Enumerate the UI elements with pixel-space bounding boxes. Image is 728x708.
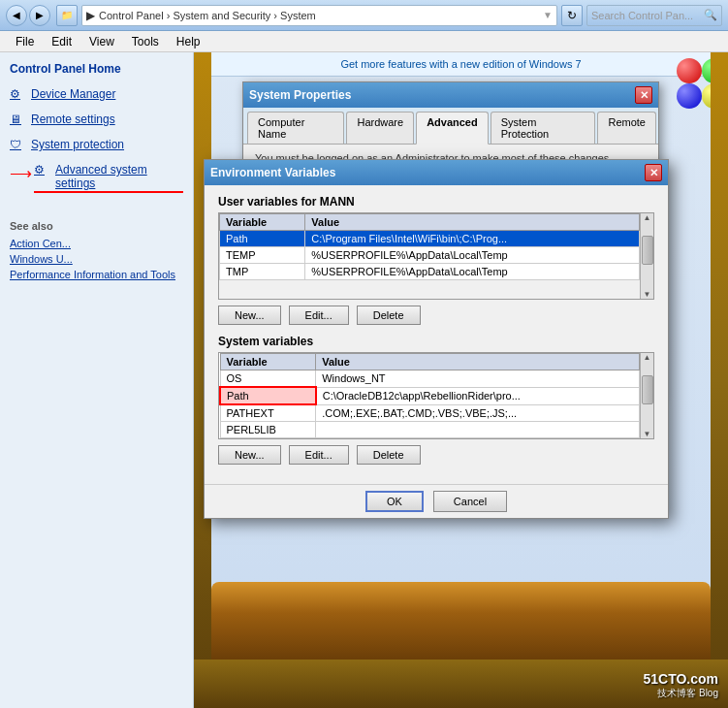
sys-path-val: C:\OracleDB12c\app\RebellionRider\pro... xyxy=(316,387,640,404)
advanced-system-settings-container: ⟶ ⚙ Advanced system settings xyxy=(10,163,183,201)
system-props-title: System Properties xyxy=(249,88,351,102)
sidebar-item-device-manager[interactable]: ⚙ Device Manager xyxy=(10,87,183,105)
address-icon: ▶ xyxy=(86,9,95,22)
couch-decoration xyxy=(211,582,711,660)
sys-vars-buttons: New... Edit... Delete xyxy=(218,445,654,465)
sidebar-item-advanced-system-settings[interactable]: ⚙ Advanced system settings xyxy=(34,163,183,193)
sys-row-pathext[interactable]: PATHEXT .COM;.EXE;.BAT;.CMD;.VBS;.VBE;.J… xyxy=(220,404,640,422)
advanced-settings-icon: ⚙ xyxy=(34,163,51,180)
advanced-settings-label: Advanced system settings xyxy=(55,163,183,190)
sys-pathext-var: PATHEXT xyxy=(220,404,316,422)
sys-perl5lib-var: PERL5LIB xyxy=(220,422,316,438)
sys-delete-button[interactable]: Delete xyxy=(357,445,421,465)
sidebar: Control Panel Home ⚙ Device Manager 🖥 Re… xyxy=(0,52,194,708)
refresh-button[interactable]: ↻ xyxy=(561,5,583,26)
logo-quad-red xyxy=(677,58,702,83)
titlebar: ◀ ▶ 📁 ▶ Control Panel › System and Secur… xyxy=(0,0,728,31)
menu-file[interactable]: File xyxy=(8,33,42,50)
sys-os-val: Windows_NT xyxy=(316,370,640,388)
device-manager-icon: ⚙ xyxy=(10,87,27,105)
system-props-titlebar: System Properties ✕ xyxy=(243,82,658,108)
tab-computer-name[interactable]: Computer Name xyxy=(247,112,344,144)
env-cancel-button[interactable]: Cancel xyxy=(433,491,507,512)
sys-path-var: Path xyxy=(220,387,316,404)
menu-tools[interactable]: Tools xyxy=(124,33,167,50)
menu-help[interactable]: Help xyxy=(169,33,208,50)
user-tmp-var: TMP xyxy=(220,264,305,280)
promo-bar: Get more features with a new edition of … xyxy=(194,52,728,77)
tab-system-protection[interactable]: System Protection xyxy=(491,112,596,144)
system-protection-icon: 🛡 xyxy=(10,138,27,155)
sys-row-path[interactable]: Path C:\OracleDB12c\app\RebellionRider\p… xyxy=(220,387,640,404)
tab-hardware[interactable]: Hardware xyxy=(346,112,414,144)
user-vars-table-container: Variable Value Path C:\Program Files\Int… xyxy=(218,212,654,300)
sys-col-variable: Variable xyxy=(220,354,316,370)
sys-row-perl5lib[interactable]: PERL5LIB xyxy=(220,422,640,438)
user-edit-button[interactable]: Edit... xyxy=(289,306,349,325)
remote-settings-icon: 🖥 xyxy=(10,113,27,130)
user-path-val: C:\Program Files\Intel\WiFi\bin\;C:\Prog… xyxy=(305,231,640,247)
env-close-button[interactable]: ✕ xyxy=(645,164,662,181)
user-vars-scrollbar[interactable]: ▲ ▼ xyxy=(640,213,653,299)
main-area: Control Panel Home ⚙ Device Manager 🖥 Re… xyxy=(0,52,728,708)
env-ok-button[interactable]: OK xyxy=(365,491,424,512)
env-variables-dialog: Environment Variables ✕ User variables f… xyxy=(204,159,669,519)
sys-new-button[interactable]: New... xyxy=(218,445,281,465)
tab-remote[interactable]: Remote xyxy=(597,112,656,144)
env-body: User variables for MANN Variable Value P… xyxy=(205,185,668,484)
user-vars-label: User variables for MANN xyxy=(218,195,654,209)
scroll-down-arrow[interactable]: ▼ xyxy=(644,290,651,299)
folder-icon: 📁 xyxy=(56,5,78,26)
watermark-site: 51CTO.com xyxy=(643,671,718,687)
user-vars-buttons: New... Edit... Delete xyxy=(218,306,654,325)
action-center-link[interactable]: Action Cen... xyxy=(10,238,183,249)
scroll-up-arrow[interactable]: ▲ xyxy=(644,213,651,222)
back-button[interactable]: ◀ xyxy=(6,5,27,26)
scroll-thumb[interactable] xyxy=(642,236,653,265)
sys-scroll-down[interactable]: ▼ xyxy=(644,430,651,438)
system-protection-label: System protection xyxy=(31,138,124,151)
menu-view[interactable]: View xyxy=(81,33,122,50)
search-placeholder: Search Control Pan... xyxy=(591,10,693,21)
user-row-temp[interactable]: TEMP %USERPROFILE%\AppData\Local\Temp xyxy=(220,247,640,264)
sys-pathext-val: .COM;.EXE;.BAT;.CMD;.VBS;.VBE;.JS;... xyxy=(316,404,640,422)
windows-update-link[interactable]: Windows U... xyxy=(10,253,183,265)
user-row-path[interactable]: Path C:\Program Files\Intel\WiFi\bin\;C:… xyxy=(220,231,640,247)
user-row-tmp[interactable]: TMP %USERPROFILE%\AppData\Local\Temp xyxy=(220,264,640,280)
user-tmp-val: %USERPROFILE%\AppData\Local\Temp xyxy=(305,264,640,280)
user-new-button[interactable]: New... xyxy=(218,306,281,325)
env-title: Environment Variables xyxy=(210,166,335,179)
user-temp-val: %USERPROFILE%\AppData\Local\Temp xyxy=(305,247,640,264)
sys-col-value: Value xyxy=(316,354,640,370)
dropdown-arrow[interactable]: ▼ xyxy=(543,10,553,20)
see-also-section: See also Action Cen... Windows U... Perf… xyxy=(10,220,183,280)
menu-edit[interactable]: Edit xyxy=(44,33,79,50)
user-col-variable: Variable xyxy=(220,214,305,231)
user-delete-button[interactable]: Delete xyxy=(357,306,421,325)
user-col-value: Value xyxy=(305,214,640,231)
sys-vars-label: System variables xyxy=(218,335,654,348)
search-icon[interactable]: 🔍 xyxy=(704,9,717,21)
sys-scroll-up[interactable]: ▲ xyxy=(644,353,651,362)
logo-quad-blue xyxy=(677,83,702,109)
sidebar-item-system-protection[interactable]: 🛡 System protection xyxy=(10,138,183,155)
sidebar-item-remote-settings[interactable]: 🖥 Remote settings xyxy=(10,113,183,130)
sys-scroll-thumb[interactable] xyxy=(642,375,653,404)
sys-vars-scrollbar[interactable]: ▲ ▼ xyxy=(640,353,653,438)
sys-vars-table: Variable Value OS Windows_NT Path C:\Ora… xyxy=(219,353,640,438)
sys-perl5lib-val xyxy=(316,422,640,438)
see-also-label: See also xyxy=(10,220,183,232)
promo-text: Get more features with a new edition of … xyxy=(340,58,581,70)
system-props-close[interactable]: ✕ xyxy=(635,86,652,104)
sys-row-os[interactable]: OS Windows_NT xyxy=(220,370,640,388)
tab-advanced[interactable]: Advanced xyxy=(416,112,489,145)
address-text: Control Panel › System and Security › Sy… xyxy=(99,10,316,21)
forward-button[interactable]: ▶ xyxy=(29,5,50,26)
search-bar[interactable]: Search Control Pan... 🔍 xyxy=(586,5,722,26)
sys-edit-button[interactable]: Edit... xyxy=(289,445,349,465)
right-decorative-band xyxy=(711,52,728,708)
address-bar[interactable]: ▶ Control Panel › System and Security › … xyxy=(81,5,557,26)
watermark-sub: 技术博客 Blog xyxy=(643,687,718,700)
menubar: File Edit View Tools Help xyxy=(0,31,728,52)
performance-link[interactable]: Performance Information and Tools xyxy=(10,269,183,280)
